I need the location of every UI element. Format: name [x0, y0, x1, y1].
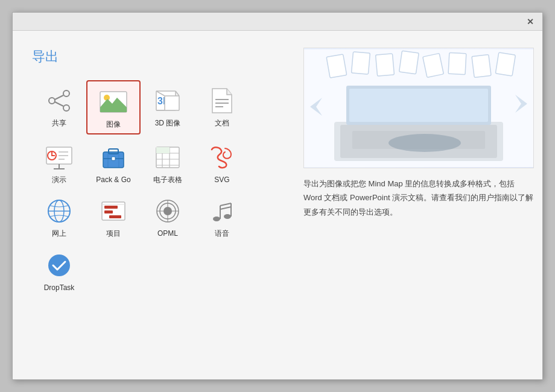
dialog-content: 导出 共享	[13, 31, 542, 379]
grid-item-share[interactable]: 共享	[32, 80, 86, 134]
opml-icon	[152, 195, 183, 227]
grid-item-presentation[interactable]: 演示	[32, 137, 86, 189]
presentation-label: 演示	[52, 175, 66, 185]
svg-point-58	[48, 254, 70, 276]
title-bar: ✕	[13, 13, 542, 31]
grid-item-doc[interactable]: 文档	[195, 80, 249, 134]
svg-point-2	[63, 105, 69, 111]
svg-line-56	[220, 203, 231, 206]
svg-rect-67	[495, 52, 515, 76]
packgo-icon	[98, 142, 129, 173]
export-options-grid: 共享 图像	[32, 80, 285, 296]
preview-image	[303, 48, 534, 168]
preview-svg	[304, 49, 533, 167]
grid-item-image[interactable]: 图像	[86, 80, 141, 134]
svg-point-1	[49, 98, 55, 104]
opml-label: OPML	[157, 229, 178, 239]
spreadsheet-icon	[152, 142, 183, 173]
3d-icon: 3D	[152, 85, 183, 116]
svg-point-52	[213, 217, 220, 221]
svg-rect-37	[156, 147, 162, 153]
grid-item-3d[interactable]: 3D 3D 图像	[141, 80, 195, 134]
3d-label: 3D 图像	[155, 119, 181, 128]
grid-item-music[interactable]: 语音	[195, 191, 249, 242]
svg-rect-61	[351, 51, 370, 74]
doc-icon	[206, 85, 238, 116]
svg-line-13	[176, 91, 179, 96]
grid-item-packgo[interactable]: Pack & Go	[86, 137, 141, 189]
svg-point-0	[63, 90, 69, 96]
svg-rect-65	[448, 52, 466, 74]
doc-label: 文档	[215, 119, 229, 128]
close-button[interactable]: ✕	[523, 16, 538, 28]
droptask-label: DropTask	[44, 283, 75, 293]
svg-rect-63	[399, 51, 419, 74]
music-icon	[206, 195, 238, 227]
right-panel: 导出为图像或把您 Mind Map 里的信息转换成多种格式，包括 Word 文档…	[303, 48, 534, 362]
svg-rect-77	[349, 89, 488, 122]
project-label: 项目	[106, 229, 121, 239]
svg-rect-66	[472, 54, 491, 77]
left-panel: 导出 共享	[32, 48, 285, 362]
page-title: 导出	[32, 48, 285, 66]
share-label: 共享	[52, 119, 66, 128]
svg-label: SVG	[214, 175, 229, 185]
svg-point-53	[224, 214, 231, 219]
svg-rect-44	[104, 210, 113, 213]
share-icon	[43, 85, 75, 116]
svg-rect-60	[326, 54, 347, 77]
export-dialog: ✕ 导出 共享	[12, 12, 543, 380]
grid-item-project[interactable]: 项目	[86, 191, 141, 242]
project-icon	[98, 195, 129, 227]
svg-rect-11	[165, 96, 179, 110]
svg-rect-62	[376, 53, 395, 75]
svg-rect-28	[112, 157, 115, 160]
grid-item-web[interactable]: 网上	[32, 191, 86, 242]
droptask-icon	[43, 250, 75, 281]
grid-item-spreadsheet[interactable]: 电子表格	[141, 137, 195, 189]
packgo-label: Pack & Go	[96, 175, 130, 185]
web-icon	[43, 195, 75, 227]
web-label: 网上	[52, 229, 66, 239]
svg-line-57	[220, 207, 231, 209]
grid-item-svg[interactable]: SVG	[195, 137, 249, 189]
svg-rect-43	[104, 206, 118, 209]
svg-line-3	[55, 95, 63, 100]
svg-rect-38	[162, 147, 170, 153]
grid-item-droptask[interactable]: DropTask	[32, 245, 86, 297]
music-label: 语音	[215, 229, 229, 239]
image-label: 图像	[106, 120, 121, 130]
svg-icon	[206, 142, 238, 173]
preview-description: 导出为图像或把您 Mind Map 里的信息转换成多种格式，包括 Word 文档…	[303, 177, 534, 219]
grid-item-opml[interactable]: OPML	[141, 191, 195, 242]
svg-rect-45	[109, 215, 121, 218]
presentation-icon	[43, 142, 75, 173]
image-icon	[98, 86, 129, 118]
svg-line-4	[55, 102, 63, 106]
svg-point-75	[388, 134, 461, 152]
spreadsheet-label: 电子表格	[153, 175, 182, 185]
